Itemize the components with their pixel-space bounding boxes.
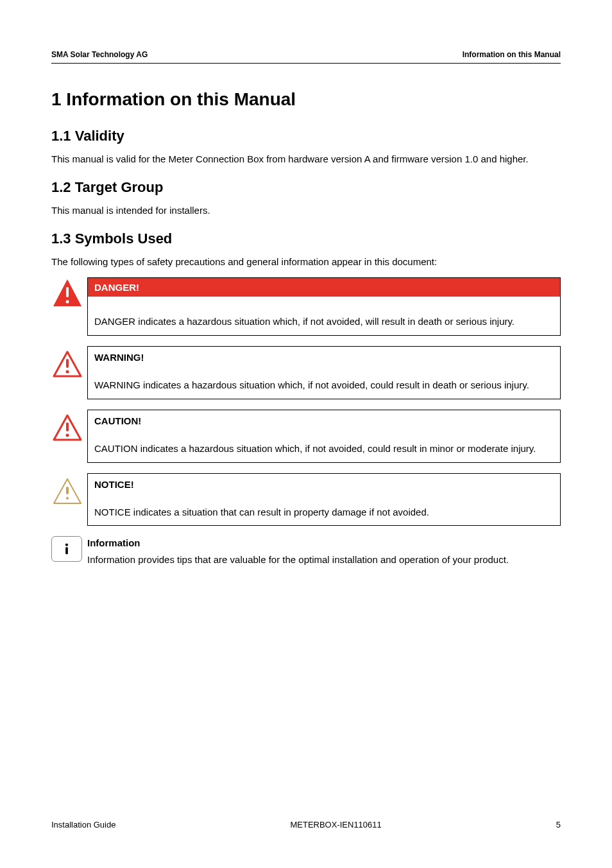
danger-box: DANGER! DANGER indicates a hazardous sit… [87,277,561,336]
footer-center: METERBOX-IEN110611 [290,820,381,829]
information-row: Information Information provides tips th… [51,536,561,567]
danger-text: DANGER indicates a hazardous situation w… [88,297,560,335]
warning-box: WARNING! WARNING indicates a hazardous s… [87,346,561,399]
caution-label: CAUTION! [88,410,560,430]
section-validity-body: This manual is valid for the Meter Conne… [51,152,561,166]
chapter-title: 1 Information on this Manual [51,89,561,110]
information-label: Information [87,536,561,550]
section-symbols-title: 1.3 Symbols Used [51,230,561,247]
section-symbols-intro: The following types of safety precaution… [51,255,561,269]
caution-box: CAUTION! CAUTION indicates a hazardous s… [87,410,561,463]
notice-icon [52,476,83,507]
warning-text: WARNING indicates a hazardous situation … [88,367,560,399]
caution-text: CAUTION indicates a hazardous situation … [88,430,560,462]
svg-point-8 [66,433,69,437]
danger-icon [52,278,83,309]
information-icon [51,536,82,562]
notice-box: NOTICE! NOTICE indicates a situation tha… [87,473,561,526]
svg-point-12 [65,544,68,546]
notice-label: NOTICE! [88,474,560,494]
section-validity-title: 1.1 Validity [51,128,561,144]
section-target-title: 1.2 Target Group [51,179,561,196]
svg-rect-1 [66,287,69,297]
svg-rect-10 [66,487,69,494]
header-rule [51,63,561,64]
information-text: Information provides tips that are valua… [87,554,509,565]
caution-icon [52,413,83,444]
doc-section: Information on this Manual [463,50,561,59]
svg-point-11 [66,497,69,499]
notice-text: NOTICE indicates a situation that can re… [88,494,560,526]
svg-point-2 [66,300,69,304]
footer-left: Installation Guide [51,820,115,829]
svg-rect-4 [66,359,69,368]
footer-page-number: 5 [556,820,561,829]
warning-icon [52,349,83,380]
svg-point-5 [66,370,69,374]
section-target-body: This manual is intended for installers. [51,204,561,218]
svg-rect-13 [65,548,68,555]
svg-rect-7 [66,422,69,431]
company-name: SMA Solar Technology AG [51,50,148,59]
warning-label: WARNING! [88,347,560,367]
danger-label: DANGER! [88,278,560,297]
